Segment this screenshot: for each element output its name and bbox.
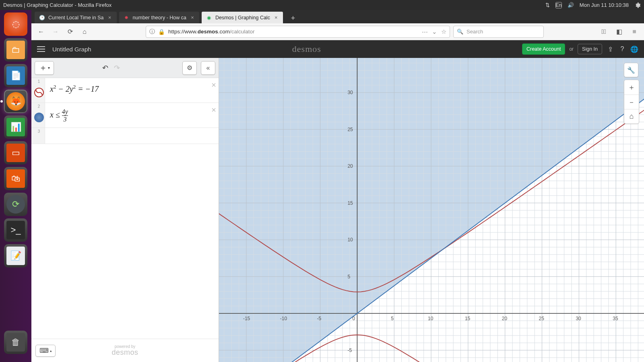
page-actions-icon[interactable]: ⋯ [422,28,428,35]
launcher-writer[interactable]: 📄 [4,64,27,87]
launcher-trash[interactable]: 🗑 [4,331,27,354]
search-icon: 🔍 [457,29,463,35]
tab-1[interactable]: ✸ number theory - How ca × [119,12,199,23]
unity-launcher: ◌ 🗀 📄 🦊 📊 ▭ 🛍 ⟳ >_ 📝 🗑 [0,10,31,362]
menu-button[interactable] [37,46,45,52]
menu-icon[interactable]: ≡ [629,26,640,37]
system-indicators: ⇅ En 🔊 Mon Jun 11 10:10:38 [545,2,641,8]
row-index: 3 [38,129,40,134]
add-expression-button[interactable]: ＋▾ [35,61,54,75]
window-title: Desmos | Graphing Calculator - Mozilla F… [3,2,111,8]
pocket-icon[interactable]: ⌄ [432,28,437,35]
expression-rows: 1 x2 − 2y2 = −17 × 2 x ≤ 4y3 × [31,78,219,339]
nav-toolbar: ← → ⟳ ⌂ ⓘ 🔒 https://www.desmos.com/calcu… [31,23,644,40]
zoom-out-button[interactable]: － [624,95,639,109]
launcher-firefox[interactable]: 🦊 [4,90,27,113]
language-icon[interactable]: 🌐 [630,45,638,53]
firefox-window: 🕑 Current Local Time in Sa × ✸ number th… [31,10,644,362]
expression-content[interactable]: x ≤ 4y3 [45,103,219,128]
graph-settings-button[interactable]: 🔧 [624,63,638,77]
desmos-body: ＋▾ ↶ ↷ ⚙ « 1 x2 − 2y2 = −17 [31,58,644,362]
launcher-dash[interactable]: ◌ [4,12,27,36]
share-icon[interactable]: ⇪ [606,45,614,53]
expression-footer: ⌨▴ powered by desmos [31,339,219,362]
launcher-impress[interactable]: ▭ [4,141,27,165]
launcher-updater[interactable]: ⟳ [4,193,27,216]
tab-2[interactable]: ◉ Desmos | Graphing Calc × [202,12,283,23]
row-index: 2 [38,104,40,109]
launcher-software[interactable]: 🛍 [4,167,27,190]
favicon-icon: ◉ [206,14,212,21]
tab-close-icon[interactable]: × [107,15,113,21]
reload-button[interactable]: ⟳ [64,26,76,37]
favicon-icon: 🕑 [39,14,45,21]
desmos-header: Untitled Graph desmos Create Account or … [31,40,644,58]
graph-title[interactable]: Untitled Graph [52,46,91,53]
launcher-files[interactable]: 🗀 [4,38,27,62]
expression-row[interactable]: 1 x2 − 2y2 = −17 × [31,78,219,103]
launcher-text-editor[interactable]: 📝 [4,244,27,267]
delete-expression-icon[interactable]: × [211,105,216,115]
system-gear-icon[interactable] [634,2,641,8]
expression-toolbar: ＋▾ ↶ ↷ ⚙ « [31,58,219,78]
zoom-home-button[interactable]: ⌂ [624,109,639,123]
tab-close-icon[interactable]: × [273,15,279,21]
create-account-button[interactable]: Create Account [522,43,565,55]
keyboard-toggle-button[interactable]: ⌨▴ [35,345,56,357]
new-tab-button[interactable]: + [288,13,298,23]
forward-button[interactable]: → [50,26,61,37]
or-label: or [569,46,574,52]
url-bar[interactable]: ⓘ 🔒 https://www.desmos.com/calculator ⋯ … [146,26,450,38]
library-icon[interactable]: ☰⃓ [598,26,609,37]
launcher-terminal[interactable]: >_ [4,218,27,242]
expression-row[interactable]: 3 [31,128,219,144]
search-bar[interactable]: 🔍 Search [453,26,544,38]
undo-button[interactable]: ↶ [102,64,108,72]
sidebar-icon[interactable]: ◧ [613,26,625,37]
clock[interactable]: Mon Jun 11 10:10:38 [580,2,629,8]
search-placeholder: Search [466,29,483,35]
os-top-panel: Desmos | Graphing Calculator - Mozilla F… [0,0,644,10]
help-icon[interactable]: ? [618,45,626,53]
region-icon[interactable] [34,113,44,122]
tab-0[interactable]: 🕑 Current Local Time in Sa × [35,12,117,23]
expression-row[interactable]: 2 x ≤ 4y3 × [31,103,219,128]
graph-canvas[interactable]: 🔧 ＋ － ⌂ -15-10-55101520253035-5510152025… [219,58,644,362]
tab-label: Current Local Time in Sa [48,15,104,21]
sign-in-button[interactable]: Sign In [578,44,602,54]
lang-indicator[interactable]: En [555,2,562,8]
back-button[interactable]: ← [35,26,47,37]
site-info-icon[interactable]: ⓘ [149,28,155,35]
home-button[interactable]: ⌂ [79,26,90,37]
redo-button[interactable]: ↷ [114,64,120,72]
url-text: https://www.desmos.com/calculator [168,29,255,35]
bookmark-star-icon[interactable]: ☆ [441,28,446,35]
sound-icon[interactable]: 🔊 [568,2,574,8]
lock-icon[interactable]: 🔒 [158,29,165,35]
delete-expression-icon[interactable]: × [211,80,216,90]
row-index: 1 [38,79,40,84]
expression-panel: ＋▾ ↶ ↷ ⚙ « 1 x2 − 2y2 = −17 [31,58,219,362]
tab-close-icon[interactable]: × [190,15,195,21]
tab-label: number theory - How ca [133,15,186,21]
powered-by: powered by desmos [111,344,138,357]
favicon-icon: ✸ [123,14,130,21]
expression-content[interactable] [45,128,219,144]
settings-button[interactable]: ⚙ [182,61,197,75]
collapse-panel-button[interactable]: « [201,61,215,75]
zoom-in-button[interactable]: ＋ [624,80,639,95]
zoom-group: ＋ － ⌂ [624,80,639,124]
tab-strip: 🕑 Current Local Time in Sa × ✸ number th… [31,10,644,23]
network-icon[interactable]: ⇅ [545,2,550,8]
launcher-calc[interactable]: 📊 [4,115,27,139]
tab-label: Desmos | Graphing Calc [215,15,270,21]
expression-content[interactable]: x2 − 2y2 = −17 [45,78,219,103]
brand-logo: desmos [292,44,321,54]
curve-icon[interactable] [34,88,44,97]
